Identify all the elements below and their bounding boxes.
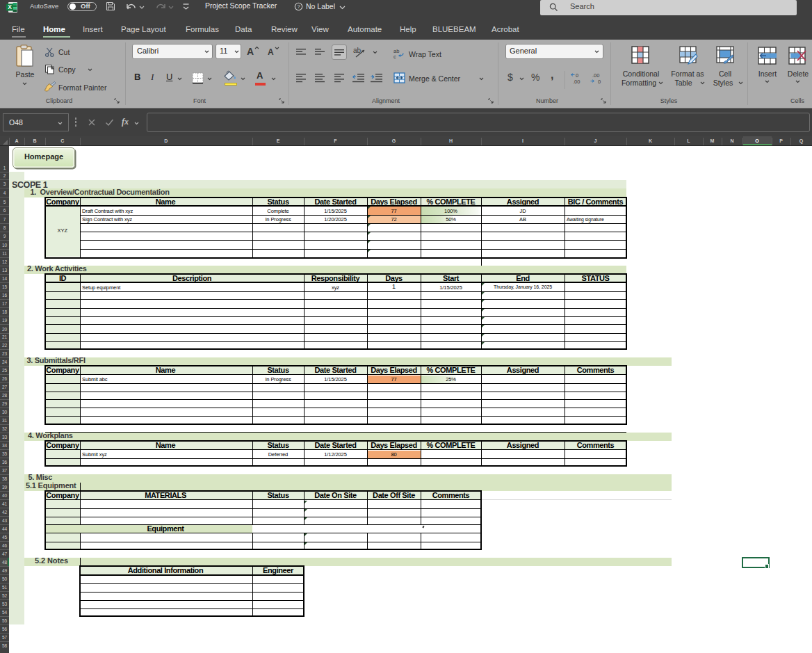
svg-text:0: 0 <box>576 72 578 79</box>
svg-text:.00: .00 <box>573 79 580 84</box>
svg-text:0: 0 <box>598 79 601 84</box>
svg-text:c: c <box>393 54 396 59</box>
svg-text:ab: ab <box>353 47 362 54</box>
svg-text:X: X <box>8 3 12 10</box>
svg-text:?: ? <box>297 3 300 10</box>
svg-text:.00: .00 <box>592 72 599 79</box>
